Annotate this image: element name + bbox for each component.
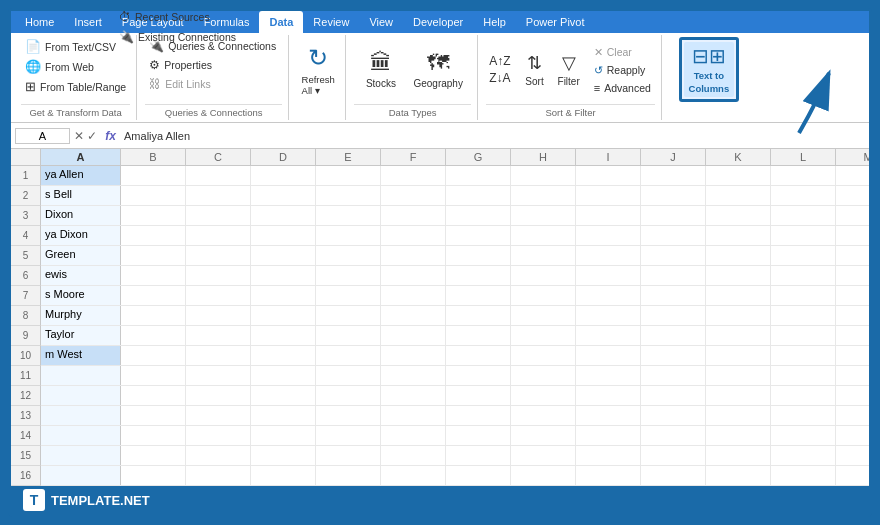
refresh-all-button[interactable]: ↻ RefreshAll ▾ <box>298 42 339 98</box>
cell-f7[interactable] <box>381 286 446 305</box>
cell-k7[interactable] <box>706 286 771 305</box>
col-header-c[interactable]: C <box>186 149 251 165</box>
cell-i11[interactable] <box>576 366 641 385</box>
cell-a12[interactable] <box>41 386 121 405</box>
col-header-b[interactable]: B <box>121 149 186 165</box>
cell-f10[interactable] <box>381 346 446 365</box>
sort-button[interactable]: ⇅ Sort <box>520 50 550 89</box>
cell-b8[interactable] <box>121 306 186 325</box>
cell-d7[interactable] <box>251 286 316 305</box>
row-num-9[interactable]: 9 <box>11 326 41 346</box>
cell-d12[interactable] <box>251 386 316 405</box>
cell-a16[interactable] <box>41 466 121 485</box>
cell-k15[interactable] <box>706 446 771 465</box>
cell-m10[interactable] <box>836 346 869 365</box>
cell-i4[interactable] <box>576 226 641 245</box>
cell-i2[interactable] <box>576 186 641 205</box>
cell-a7[interactable]: s Moore <box>41 286 121 305</box>
cell-c4[interactable] <box>186 226 251 245</box>
cell-h2[interactable] <box>511 186 576 205</box>
clear-button[interactable]: ✕ Clear <box>590 44 655 61</box>
cell-e1[interactable] <box>316 166 381 185</box>
cell-d16[interactable] <box>251 466 316 485</box>
row-num-15[interactable]: 15 <box>11 446 41 466</box>
cell-j2[interactable] <box>641 186 706 205</box>
cell-h8[interactable] <box>511 306 576 325</box>
cell-d2[interactable] <box>251 186 316 205</box>
cell-d10[interactable] <box>251 346 316 365</box>
cell-d14[interactable] <box>251 426 316 445</box>
cell-a13[interactable] <box>41 406 121 425</box>
cell-g7[interactable] <box>446 286 511 305</box>
cell-k6[interactable] <box>706 266 771 285</box>
tab-data[interactable]: Data <box>259 11 303 33</box>
cell-m9[interactable] <box>836 326 869 345</box>
cell-l1[interactable] <box>771 166 836 185</box>
cell-h3[interactable] <box>511 206 576 225</box>
row-num-7[interactable]: 7 <box>11 286 41 306</box>
cell-f4[interactable] <box>381 226 446 245</box>
cell-c2[interactable] <box>186 186 251 205</box>
col-header-i[interactable]: I <box>576 149 641 165</box>
cell-a15[interactable] <box>41 446 121 465</box>
tab-view[interactable]: View <box>359 11 403 33</box>
from-web-button[interactable]: 🌐 From Web <box>21 57 98 76</box>
cell-e8[interactable] <box>316 306 381 325</box>
tab-help[interactable]: Help <box>473 11 516 33</box>
cell-j15[interactable] <box>641 446 706 465</box>
cell-j3[interactable] <box>641 206 706 225</box>
cell-h16[interactable] <box>511 466 576 485</box>
cell-f13[interactable] <box>381 406 446 425</box>
cell-b13[interactable] <box>121 406 186 425</box>
cell-g14[interactable] <box>446 426 511 445</box>
cell-d4[interactable] <box>251 226 316 245</box>
cell-f8[interactable] <box>381 306 446 325</box>
cell-m13[interactable] <box>836 406 869 425</box>
row-num-10[interactable]: 10 <box>11 346 41 366</box>
cell-k1[interactable] <box>706 166 771 185</box>
cell-b2[interactable] <box>121 186 186 205</box>
cell-f2[interactable] <box>381 186 446 205</box>
cell-m3[interactable] <box>836 206 869 225</box>
cell-b15[interactable] <box>121 446 186 465</box>
row-num-12[interactable]: 12 <box>11 386 41 406</box>
cell-e11[interactable] <box>316 366 381 385</box>
cell-g5[interactable] <box>446 246 511 265</box>
cell-a1[interactable]: ya Allen <box>41 166 121 185</box>
cell-l16[interactable] <box>771 466 836 485</box>
col-header-m[interactable]: M <box>836 149 869 165</box>
sort-za-button[interactable]: Z↓A <box>486 70 513 86</box>
cell-c11[interactable] <box>186 366 251 385</box>
edit-links-button[interactable]: ⛓ Edit Links <box>145 75 215 93</box>
cell-b11[interactable] <box>121 366 186 385</box>
cell-m15[interactable] <box>836 446 869 465</box>
cell-c5[interactable] <box>186 246 251 265</box>
cell-b10[interactable] <box>121 346 186 365</box>
cell-m2[interactable] <box>836 186 869 205</box>
cell-l10[interactable] <box>771 346 836 365</box>
col-header-h[interactable]: H <box>511 149 576 165</box>
advanced-button[interactable]: ≡ Advanced <box>590 80 655 96</box>
cell-i10[interactable] <box>576 346 641 365</box>
cell-i1[interactable] <box>576 166 641 185</box>
cell-l3[interactable] <box>771 206 836 225</box>
cell-k16[interactable] <box>706 466 771 485</box>
row-num-8[interactable]: 8 <box>11 306 41 326</box>
cell-c16[interactable] <box>186 466 251 485</box>
cell-f9[interactable] <box>381 326 446 345</box>
cell-b16[interactable] <box>121 466 186 485</box>
cell-k10[interactable] <box>706 346 771 365</box>
cell-f16[interactable] <box>381 466 446 485</box>
cell-m14[interactable] <box>836 426 869 445</box>
cell-g6[interactable] <box>446 266 511 285</box>
cell-l14[interactable] <box>771 426 836 445</box>
cell-b7[interactable] <box>121 286 186 305</box>
cell-reference-input[interactable] <box>15 128 70 144</box>
cell-h4[interactable] <box>511 226 576 245</box>
cell-j13[interactable] <box>641 406 706 425</box>
cell-b12[interactable] <box>121 386 186 405</box>
tab-insert[interactable]: Insert <box>64 11 112 33</box>
cell-e3[interactable] <box>316 206 381 225</box>
cell-b14[interactable] <box>121 426 186 445</box>
row-num-4[interactable]: 4 <box>11 226 41 246</box>
